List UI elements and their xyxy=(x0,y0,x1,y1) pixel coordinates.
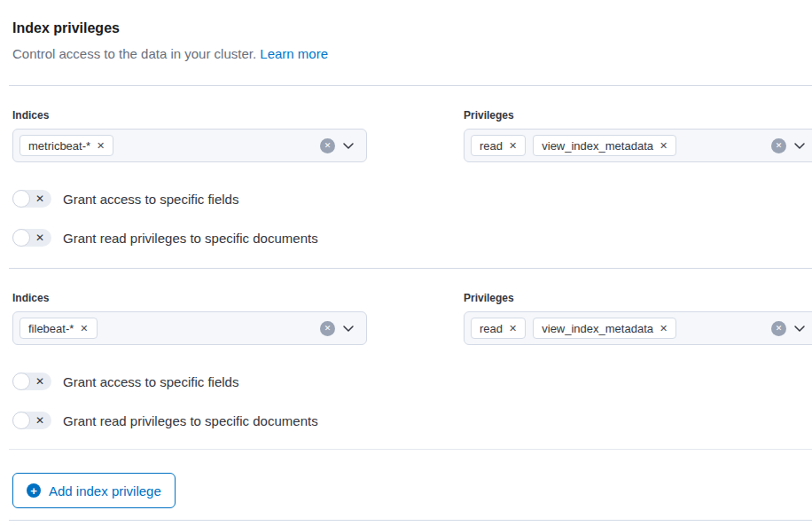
remove-tag-icon[interactable]: ✕ xyxy=(509,323,517,334)
indices-label: Indices xyxy=(12,109,367,122)
labels-row: Indices Privileges xyxy=(12,292,812,305)
grant-fields-switch[interactable]: ✕ xyxy=(12,373,51,390)
index-tag-label: filebeat-* xyxy=(28,322,74,335)
switch-knob xyxy=(12,190,30,208)
switch-knob xyxy=(12,373,30,390)
privilege-tag[interactable]: read ✕ xyxy=(471,318,526,339)
privileges-combobox[interactable]: read ✕ view_index_metadata ✕ ✕ xyxy=(464,129,812,162)
remove-tag-icon[interactable]: ✕ xyxy=(80,323,88,334)
privilege-tag[interactable]: read ✕ xyxy=(471,135,526,156)
grant-documents-label: Grant read privileges to specific docume… xyxy=(63,231,318,246)
index-tag[interactable]: filebeat-* ✕ xyxy=(20,318,98,339)
chevron-down-icon[interactable] xyxy=(341,138,355,153)
divider xyxy=(9,268,812,269)
remove-tag-icon[interactable]: ✕ xyxy=(660,323,668,334)
remove-tag-icon[interactable]: ✕ xyxy=(509,140,517,152)
labels-row: Indices Privileges xyxy=(12,109,812,122)
page-description: Control access to the data in your clust… xyxy=(12,46,812,62)
clear-selection-icon[interactable]: ✕ xyxy=(320,321,335,336)
add-index-privilege-button[interactable]: + Add index privilege xyxy=(12,473,176,508)
grant-fields-label: Grant access to specific fields xyxy=(63,192,238,207)
privilege-tag-label: read xyxy=(480,322,503,335)
indices-combobox[interactable]: filebeat-* ✕ ✕ xyxy=(12,311,367,345)
document-security-toggle-row: ✕ Grant read privileges to specific docu… xyxy=(12,229,812,247)
switch-off-icon: ✕ xyxy=(35,415,44,426)
divider xyxy=(9,520,812,521)
switch-off-icon: ✕ xyxy=(35,232,44,243)
switch-knob xyxy=(12,412,30,429)
page-title: Index privileges xyxy=(12,20,812,36)
grant-documents-switch[interactable]: ✕ xyxy=(12,412,51,429)
description-text: Control access to the data in your clust… xyxy=(12,46,256,61)
privileges-label: Privileges xyxy=(464,109,812,122)
learn-more-link[interactable]: Learn more xyxy=(260,46,328,61)
indices-label: Indices xyxy=(12,292,367,305)
index-tag-label: metricbeat-* xyxy=(28,139,90,153)
chevron-down-icon[interactable] xyxy=(792,138,807,153)
privilege-tag[interactable]: view_index_metadata ✕ xyxy=(533,318,676,339)
grant-documents-switch[interactable]: ✕ xyxy=(12,229,51,247)
remove-tag-icon[interactable]: ✕ xyxy=(660,140,668,152)
field-security-toggle-row: ✕ Grant access to specific fields xyxy=(12,373,812,390)
divider xyxy=(9,449,812,450)
grant-fields-switch[interactable]: ✕ xyxy=(12,190,51,208)
document-security-toggle-row: ✕ Grant read privileges to specific docu… xyxy=(12,412,812,429)
switch-off-icon: ✕ xyxy=(35,376,44,387)
divider xyxy=(9,85,812,86)
indices-combobox[interactable]: metricbeat-* ✕ ✕ xyxy=(12,129,367,162)
switch-off-icon: ✕ xyxy=(35,193,44,204)
clear-selection-icon[interactable]: ✕ xyxy=(771,138,786,153)
remove-tag-icon[interactable]: ✕ xyxy=(97,140,105,152)
field-security-toggle-row: ✕ Grant access to specific fields xyxy=(12,190,812,208)
index-tag[interactable]: metricbeat-* ✕ xyxy=(20,135,113,156)
chevron-down-icon[interactable] xyxy=(341,321,355,335)
add-index-privilege-label: Add index privilege xyxy=(49,483,161,499)
chevron-down-icon[interactable] xyxy=(792,321,807,335)
grant-fields-label: Grant access to specific fields xyxy=(63,374,238,389)
combo-row: filebeat-* ✕ ✕ read ✕ view_index_metadat… xyxy=(12,311,812,345)
privilege-tag[interactable]: view_index_metadata ✕ xyxy=(533,135,676,156)
privilege-tag-label: view_index_metadata xyxy=(542,322,653,335)
clear-selection-icon[interactable]: ✕ xyxy=(771,321,786,336)
privileges-combobox[interactable]: read ✕ view_index_metadata ✕ ✕ xyxy=(464,311,812,345)
clear-selection-icon[interactable]: ✕ xyxy=(320,138,335,153)
grant-documents-label: Grant read privileges to specific docume… xyxy=(63,413,318,428)
privilege-tag-label: view_index_metadata xyxy=(542,139,653,153)
switch-knob xyxy=(12,229,30,247)
plus-in-circle-icon: + xyxy=(27,483,41,498)
combo-row: metricbeat-* ✕ ✕ read ✕ view_index_metad… xyxy=(12,129,812,162)
privilege-tag-label: read xyxy=(480,139,503,153)
privileges-label: Privileges xyxy=(464,292,812,305)
